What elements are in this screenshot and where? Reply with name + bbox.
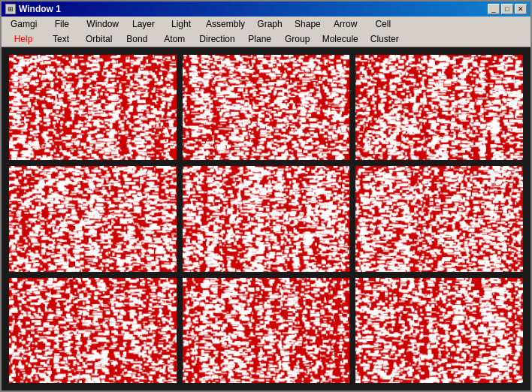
menu-item-help[interactable]: Help <box>5 33 42 45</box>
menu-item-plane[interactable]: Plane <box>241 33 279 45</box>
menu-row-2: HelpTextOrbitalBondAtomDirectionPlaneGro… <box>2 32 530 47</box>
maximize-button[interactable]: □ <box>501 4 513 14</box>
menu-item-shape[interactable]: Shape <box>289 18 327 30</box>
menu-item-assembly[interactable]: Assembly <box>200 18 251 30</box>
grid-cell-2 <box>355 55 523 160</box>
menu-item-arrow[interactable]: Arrow <box>327 18 364 30</box>
menu-item-group[interactable]: Group <box>279 33 316 45</box>
menu-item-graph[interactable]: Graph <box>251 18 289 30</box>
window-title: Window 1 <box>19 4 61 14</box>
title-controls: _ □ ✕ <box>488 4 527 14</box>
menu-item-layer[interactable]: Layer <box>125 18 162 30</box>
close-button[interactable]: ✕ <box>515 4 527 14</box>
menu-item-cell[interactable]: Cell <box>364 18 402 30</box>
menu-item-gamgi[interactable]: Gamgi <box>5 18 43 30</box>
menu-item-text[interactable]: Text <box>42 33 80 45</box>
grid-cell-5 <box>355 166 523 271</box>
main-window: ⊞ Window 1 _ □ ✕ GamgiFileWindowLayerLig… <box>0 0 532 392</box>
grid-cell-8 <box>355 278 523 383</box>
menu-item-direction[interactable]: Direction <box>193 33 240 45</box>
menu-item-orbital[interactable]: Orbital <box>80 33 118 45</box>
title-bar-left: ⊞ Window 1 <box>5 4 61 14</box>
menu-bar: GamgiFileWindowLayerLightAssemblyGraphSh… <box>2 17 530 47</box>
menu-item-light[interactable]: Light <box>162 18 200 30</box>
menu-item-file[interactable]: File <box>43 18 80 30</box>
grid-cell-1 <box>183 55 350 160</box>
content-area <box>2 47 530 390</box>
menu-item-cluster[interactable]: Cluster <box>364 33 405 45</box>
menu-item-molecule[interactable]: Molecule <box>316 33 364 45</box>
grid-cell-7 <box>183 278 350 383</box>
grid-cell-6 <box>9 278 177 383</box>
grid-cell-0 <box>9 55 177 160</box>
menu-item-atom[interactable]: Atom <box>156 33 193 45</box>
grid-cell-4 <box>183 166 350 271</box>
title-bar: ⊞ Window 1 _ □ ✕ <box>2 2 530 17</box>
menu-item-bond[interactable]: Bond <box>118 33 156 45</box>
window-icon: ⊞ <box>5 4 16 14</box>
menu-row-1: GamgiFileWindowLayerLightAssemblyGraphSh… <box>2 17 530 32</box>
menu-item-window[interactable]: Window <box>80 18 125 30</box>
grid-cell-3 <box>9 166 177 271</box>
image-grid <box>9 55 523 383</box>
minimize-button[interactable]: _ <box>488 4 500 14</box>
